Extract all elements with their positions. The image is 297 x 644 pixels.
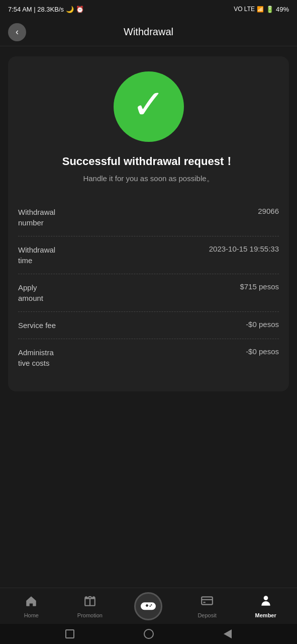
nav-label-deposit: Deposit — [197, 612, 216, 618]
back-sys-button[interactable] — [222, 628, 234, 640]
success-subtitle: Handle it for you as soon as possible。 — [83, 174, 214, 184]
svg-rect-2 — [203, 602, 205, 603]
signal-icon: VO LTE — [234, 6, 255, 13]
gamepad-icon — [141, 597, 156, 615]
success-title: Successful withdrawal request！ — [62, 154, 235, 169]
nav-label-promotion: Promotion — [77, 612, 103, 618]
detail-value-3: -$0 pesos — [83, 320, 279, 329]
game-button[interactable] — [134, 592, 162, 620]
moon-icon: 🌙 — [66, 6, 74, 13]
detail-label-4: Administrative costs — [18, 347, 83, 368]
status-left: 7:54 AM | 28.3KB/s 🌙 ⏰ — [8, 6, 84, 13]
detail-value-2: $715 pesos — [83, 282, 279, 291]
nav-item-deposit[interactable]: Deposit — [178, 590, 237, 622]
detail-value-1: 2023-10-15 19:55:33 — [83, 245, 279, 253]
success-circle: ✓ — [114, 71, 184, 142]
circle-icon — [144, 629, 154, 639]
detail-row-1: Withdrawaltime 2023-10-15 19:55:33 — [18, 236, 279, 274]
detail-label-3: Service fee — [18, 320, 83, 331]
recent-apps-button[interactable] — [64, 628, 76, 640]
nav-label-home: Home — [24, 612, 39, 618]
deposit-icon — [201, 594, 214, 610]
member-icon — [259, 594, 272, 610]
details-section: Withdrawalnumber 29066 Withdrawaltime 20… — [18, 199, 279, 376]
nav-item-member[interactable]: Member — [236, 590, 295, 622]
detail-row-2: Applyamount $715 pesos — [18, 274, 279, 312]
detail-row-3: Service fee -$0 pesos — [18, 312, 279, 339]
back-triangle-icon — [224, 629, 232, 638]
back-button[interactable]: ‹ — [8, 23, 26, 41]
detail-label-0: Withdrawalnumber — [18, 207, 83, 228]
nav-item-game[interactable] — [119, 588, 178, 624]
square-icon — [65, 629, 74, 638]
nav-item-home[interactable]: Home — [2, 590, 61, 622]
status-time: 7:54 AM | 28.3KB/s — [8, 6, 64, 13]
page-title: Withdrawal — [124, 26, 173, 38]
promotion-icon — [83, 594, 96, 610]
bottom-nav: Home Promotion — [0, 588, 297, 624]
back-arrow-icon: ‹ — [16, 27, 19, 37]
detail-label-2: Applyamount — [18, 282, 83, 303]
svg-point-3 — [263, 596, 268, 600]
status-right: VO LTE 📶 🔋 49% — [234, 6, 289, 13]
alarm-icon: ⏰ — [76, 6, 84, 13]
system-bar — [0, 624, 297, 644]
detail-label-1: Withdrawaltime — [18, 245, 83, 266]
checkmark-icon: ✓ — [132, 85, 165, 125]
status-bar: 7:54 AM | 28.3KB/s 🌙 ⏰ VO LTE 📶 🔋 49% — [0, 0, 297, 18]
nav-item-promotion[interactable]: Promotion — [61, 590, 120, 622]
battery-percent: 49% — [276, 6, 289, 13]
result-card: ✓ Successful withdrawal request！ Handle … — [8, 56, 289, 391]
detail-row-0: Withdrawalnumber 29066 — [18, 199, 279, 236]
home-icon — [25, 594, 38, 610]
detail-row-4: Administrative costs -$0 pesos — [18, 339, 279, 376]
main-content: ✓ Successful withdrawal request！ Handle … — [0, 46, 297, 588]
nav-label-member: Member — [255, 612, 276, 618]
network-icon: 📶 — [257, 6, 264, 13]
svg-rect-1 — [202, 597, 213, 604]
battery-icon: 🔋 — [266, 6, 274, 13]
detail-value-4: -$0 pesos — [83, 347, 279, 356]
header: ‹ Withdrawal — [0, 18, 297, 46]
home-button[interactable] — [143, 628, 155, 640]
detail-value-0: 29066 — [83, 207, 279, 215]
